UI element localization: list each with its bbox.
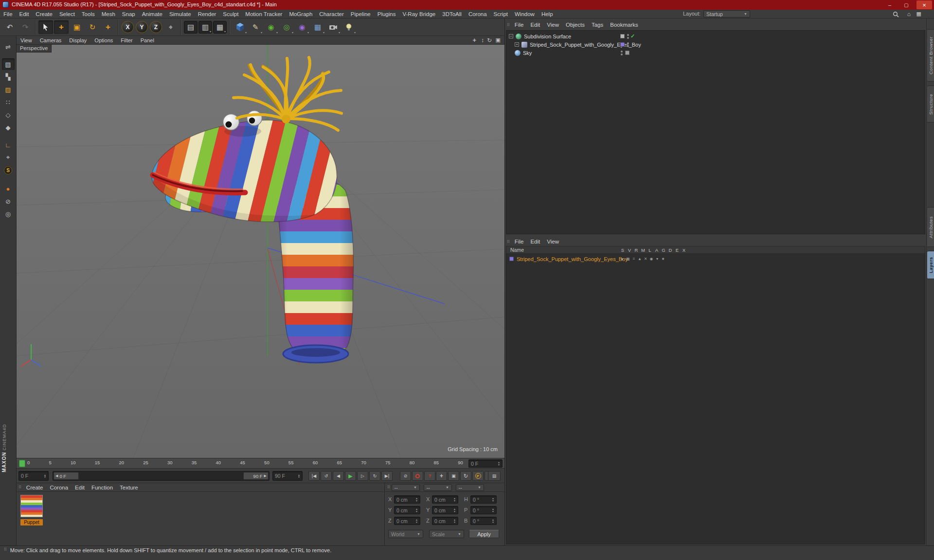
viewport-icon[interactable]: ▦ — [625, 257, 631, 261]
material-menu-function[interactable]: Function — [88, 483, 116, 492]
om-menu-edit[interactable]: Edit — [527, 20, 543, 29]
menu-plugins[interactable]: Plugins — [374, 10, 399, 18]
size-y-field[interactable]: 0 cm▲▼ — [432, 506, 458, 514]
viewport-pan-icon[interactable]: + — [472, 36, 476, 44]
play-button[interactable]: ▶ — [345, 471, 356, 481]
menu-tools[interactable]: Tools — [78, 10, 98, 18]
apply-button[interactable]: Apply — [469, 530, 499, 538]
object-row-sock-puppet[interactable]: + Striped_Sock_Puppet_with_Googly_Eyes_B… — [506, 40, 925, 49]
palette-icon[interactable]: ▦ — [916, 11, 921, 17]
key-scale-toggle[interactable]: ▣ — [448, 471, 459, 481]
coord-dropdown-2[interactable]: --▼ — [424, 484, 452, 491]
menu-render[interactable]: Render — [195, 10, 220, 18]
visibility-dots-icon[interactable] — [627, 34, 629, 39]
object-row-sky[interactable]: Sky — [506, 49, 925, 57]
normals-icon[interactable]: ▲ — [637, 257, 643, 261]
menu-script[interactable]: Script — [490, 10, 511, 18]
name-column-header[interactable]: Name — [510, 247, 524, 253]
range-start-handle[interactable]: ◀0 F — [54, 472, 79, 480]
viewport-camera-label[interactable]: Perspective — [17, 45, 52, 52]
compositing-tag-icon[interactable] — [625, 51, 629, 55]
current-frame-field[interactable]: 0 F ▲▼ — [18, 471, 49, 481]
timeline-ruler[interactable]: 0 5 10 15 20 25 30 35 40 45 50 55 60 65 … — [17, 458, 504, 469]
material-menu-corona[interactable]: Corona — [46, 483, 72, 492]
frame-range-slider[interactable]: ◀0 F 90 F▶ — [53, 471, 269, 481]
deformer-button[interactable]: ◉▾ — [295, 20, 309, 34]
mm-menu-view[interactable]: View — [543, 237, 562, 246]
expander-icon[interactable]: − — [509, 34, 513, 38]
panel-grip-icon[interactable]: ⠿ — [505, 23, 511, 27]
minimize-button[interactable]: – — [882, 0, 897, 10]
scale-tool[interactable]: ▣ — [70, 20, 84, 34]
column-m[interactable]: M — [640, 247, 647, 253]
menu-vray-bridge[interactable]: V-Ray Bridge — [399, 10, 439, 18]
menu-edit[interactable]: Edit — [16, 10, 33, 18]
dropdown-icon[interactable]: ▾ — [654, 257, 660, 261]
pos-y-field[interactable]: 0 cm▲▼ — [394, 506, 420, 514]
range-end-handle[interactable]: 90 F▶ — [243, 472, 269, 480]
key-position-toggle[interactable]: + — [436, 471, 447, 481]
gouraud-icon[interactable]: ◉ — [648, 257, 654, 261]
layer-tag-icon[interactable] — [620, 34, 625, 38]
key-rotation-toggle[interactable]: ↻ — [460, 471, 471, 481]
panel-grip-icon[interactable]: ⠿ — [17, 485, 23, 490]
end-frame-field[interactable]: 90 F ▲▼ — [272, 471, 303, 481]
expander-icon[interactable]: + — [515, 42, 519, 47]
om-menu-view[interactable]: View — [543, 20, 562, 29]
material-menu-edit[interactable]: Edit — [72, 483, 88, 492]
tab-attributes[interactable]: Attributes — [927, 207, 934, 247]
mm-menu-edit[interactable]: Edit — [527, 237, 543, 246]
object-name[interactable]: Subdivision Surface — [524, 34, 571, 39]
render-settings-button[interactable]: ▦▾ — [213, 21, 227, 34]
last-used-tool[interactable]: + — [101, 20, 115, 34]
column-a[interactable]: A — [653, 247, 660, 253]
viewport-menu-view[interactable]: View — [17, 36, 36, 45]
texture-tag-icon[interactable] — [620, 42, 625, 47]
primitive-cube-button[interactable]: ▾ — [233, 20, 247, 34]
column-g[interactable]: G — [660, 247, 667, 253]
column-x[interactable]: X — [681, 247, 687, 253]
size-z-field[interactable]: 0 cm▲▼ — [432, 517, 458, 525]
menu-motion-tracker[interactable]: Motion Tracker — [242, 10, 286, 18]
viewport-menu-filter[interactable]: Filter — [117, 36, 136, 45]
viewport-mode-icon[interactable]: ⌖ — [2, 152, 15, 163]
lock-icon[interactable]: ⊘ — [2, 195, 15, 207]
object-name[interactable]: Sky — [523, 50, 532, 56]
axis-y-toggle[interactable]: Y — [136, 21, 148, 33]
undo-icon[interactable]: ↶ — [2, 20, 17, 34]
close-button[interactable]: × — [916, 0, 932, 9]
viewport-menu-display[interactable]: Display — [65, 36, 90, 45]
pos-x-field[interactable]: 0 cm▲▼ — [394, 495, 420, 504]
prev-key-button[interactable]: ↺ — [321, 471, 332, 481]
menu-help[interactable]: Help — [538, 10, 557, 18]
menu-mesh[interactable]: Mesh — [98, 10, 119, 18]
menu-window[interactable]: Window — [511, 10, 538, 18]
rot-p-field[interactable]: 0 °▲▼ — [470, 506, 497, 514]
coord-dropdown-1[interactable]: --▼ — [392, 484, 420, 491]
render-picture-viewer-button[interactable]: ▥▾ — [198, 21, 212, 34]
coord-dropdown-3[interactable]: --▼ — [456, 484, 484, 491]
generator-button[interactable]: ◉▾ — [264, 20, 278, 34]
om-menu-objects[interactable]: Objects — [562, 20, 588, 29]
tab-layers[interactable]: Layers — [927, 251, 934, 279]
rotate-tool[interactable]: ↻ — [85, 20, 100, 34]
panel-grip-icon[interactable]: ⠿ — [385, 485, 392, 490]
column-l[interactable]: L — [647, 247, 653, 253]
pos-z-field[interactable]: 0 cm▲▼ — [394, 517, 420, 525]
maximize-button[interactable]: ▢ — [899, 0, 914, 10]
column-s[interactable]: S — [619, 247, 626, 253]
autokey-help-button[interactable]: ? — [424, 471, 435, 481]
viewport-rotate-icon[interactable]: ↻ — [487, 37, 492, 44]
menu-select[interactable]: Select — [56, 10, 78, 18]
menu-pipeline[interactable]: Pipeline — [347, 10, 374, 18]
menu-animate[interactable]: Animate — [139, 10, 166, 18]
edges-mode-icon[interactable]: ◇ — [2, 109, 15, 121]
next-frame-button[interactable]: ▷ — [357, 471, 368, 481]
region-icon[interactable]: ≡ — [631, 257, 637, 261]
material-menu-create[interactable]: Create — [23, 483, 47, 492]
column-d[interactable]: D — [667, 247, 674, 253]
panel-grip-icon[interactable]: ⠿ — [505, 240, 511, 244]
viewport-menu-options[interactable]: Options — [90, 36, 117, 45]
menu-3dtoall[interactable]: 3DToAll — [439, 10, 465, 18]
timeline-marker[interactable] — [19, 460, 25, 467]
